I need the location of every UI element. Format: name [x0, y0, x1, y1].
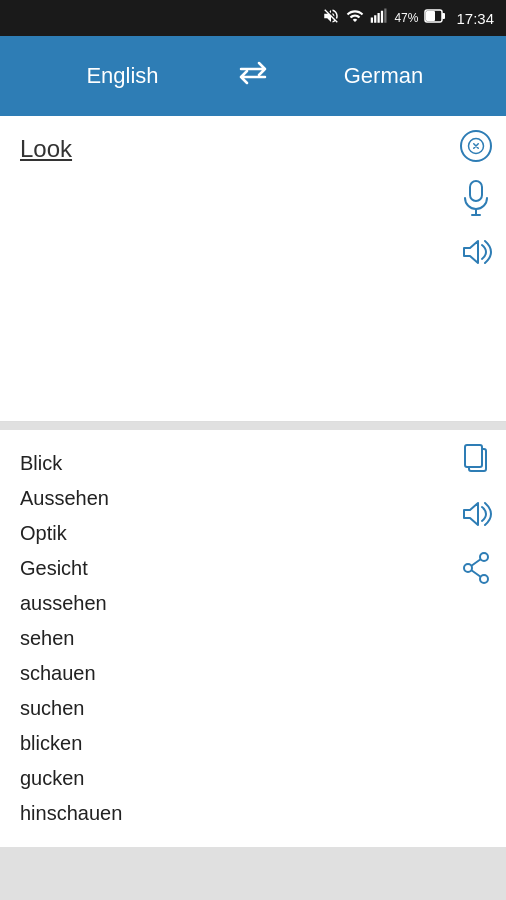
share-button[interactable] — [462, 552, 490, 588]
volume-mute-icon — [322, 7, 340, 29]
svg-rect-0 — [371, 18, 373, 23]
wifi-icon — [346, 7, 364, 29]
battery-percentage: 47% — [394, 11, 418, 25]
svg-rect-9 — [470, 181, 482, 201]
clear-button[interactable] — [460, 130, 492, 162]
svg-rect-13 — [465, 445, 482, 467]
svg-point-16 — [480, 575, 488, 583]
svg-rect-6 — [426, 11, 435, 21]
svg-point-14 — [480, 553, 488, 561]
list-item: blicken — [20, 726, 430, 761]
source-text-input[interactable] — [20, 132, 440, 401]
swap-languages-button[interactable] — [225, 59, 281, 94]
list-item: Optik — [20, 516, 430, 551]
copy-button[interactable] — [462, 444, 490, 480]
svg-rect-2 — [378, 13, 380, 23]
speaker-button[interactable] — [460, 238, 492, 270]
list-item: hinschauen — [20, 796, 430, 831]
list-item: suchen — [20, 691, 430, 726]
source-language[interactable]: English — [20, 63, 225, 89]
svg-point-15 — [464, 564, 472, 572]
list-item: Aussehen — [20, 481, 430, 516]
status-bar: 47% 17:34 — [0, 0, 506, 36]
speaker-result-button[interactable] — [460, 500, 492, 532]
list-item: sehen — [20, 621, 430, 656]
svg-rect-1 — [375, 15, 377, 23]
signal-icon — [370, 7, 388, 29]
input-area — [0, 116, 506, 422]
target-language[interactable]: German — [281, 63, 486, 89]
svg-line-18 — [472, 570, 480, 576]
svg-rect-7 — [442, 13, 445, 19]
list-item: Gesicht — [20, 551, 430, 586]
list-item: Blick — [20, 446, 430, 481]
toolbar: English German — [0, 36, 506, 116]
microphone-button[interactable] — [462, 180, 490, 220]
results-actions — [460, 444, 492, 588]
svg-rect-4 — [385, 9, 387, 23]
results-area: BlickAussehenOptikGesichtaussehensehensc… — [0, 430, 506, 847]
list-item: schauen — [20, 656, 430, 691]
status-time: 17:34 — [456, 10, 494, 27]
svg-line-17 — [472, 559, 480, 565]
list-item: aussehen — [20, 586, 430, 621]
translations-list: BlickAussehenOptikGesichtaussehensehensc… — [20, 446, 430, 831]
status-icons: 47% 17:34 — [322, 7, 494, 29]
battery-icon — [424, 9, 446, 27]
svg-rect-3 — [381, 11, 383, 23]
list-item: gucken — [20, 761, 430, 796]
input-actions — [460, 130, 492, 270]
